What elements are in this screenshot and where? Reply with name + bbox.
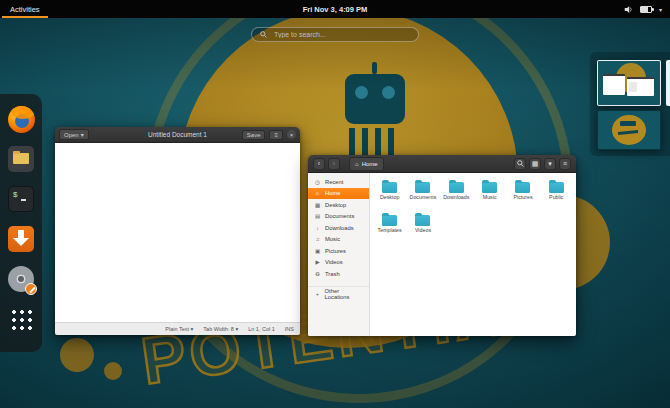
sidebar-item-home[interactable]: ⌂Home (308, 188, 369, 200)
forward-button[interactable]: › (328, 158, 340, 170)
battery-icon (640, 6, 652, 13)
pictures-icon: ▣ (314, 248, 321, 254)
chevron-down-icon: ▾ (659, 6, 662, 13)
volume-icon (624, 5, 633, 14)
search-input[interactable] (272, 30, 410, 39)
terminal-prompt-icon (8, 186, 34, 212)
folder-label: Templates (378, 228, 402, 234)
folder-item-videos[interactable]: Videos (406, 212, 439, 243)
folder-item-downloads[interactable]: Downloads (440, 179, 473, 210)
sidebar-item-label: Pictures (325, 248, 346, 254)
open-button[interactable]: Open ▾ (59, 129, 89, 140)
app-grid-icon (9, 307, 33, 331)
firefox-icon[interactable] (6, 104, 36, 134)
folder-icon (415, 215, 430, 226)
search-icon (517, 160, 524, 167)
show-applications-button[interactable] (6, 304, 36, 334)
edit-pencil-badge-icon (25, 283, 37, 295)
system-status-area[interactable]: ▾ (624, 0, 670, 18)
top-bar: Activities Fri Nov 3, 4:09 PM ▾ (0, 0, 670, 18)
videos-icon: ▶ (314, 259, 321, 265)
wallpaper-gold-blob (104, 362, 122, 380)
sidebar-item-videos[interactable]: ▶Videos (308, 257, 369, 269)
sidebar-item-label: Documents (325, 213, 354, 219)
open-button-label: Open (64, 132, 79, 138)
sidebar-item-desktop[interactable]: ▦Desktop (308, 199, 369, 211)
language-selector[interactable]: Plain Text ▾ (165, 326, 193, 332)
editor-header-actions: Save ≡ × (242, 130, 296, 140)
wallpaper-robot-figure (345, 74, 405, 124)
downloads-icon: ↓ (314, 225, 321, 231)
folder-label: Public (549, 195, 563, 201)
sidebar-item-music[interactable]: ♫Music (308, 234, 369, 246)
path-bar[interactable]: ⌂ Home (349, 157, 384, 171)
close-button[interactable]: × (287, 130, 296, 139)
view-options-button[interactable]: ▾ (544, 158, 556, 170)
sidebar-item-label: Home (325, 190, 340, 196)
path-label: Home (362, 161, 378, 167)
disks-app-icon[interactable] (6, 264, 36, 294)
home-icon: ⌂ (314, 190, 321, 196)
mini-wallpaper-mark (620, 121, 636, 126)
sidebar-item-other-locations[interactable]: +Other Locations (308, 286, 369, 301)
download-app-icon[interactable] (6, 224, 36, 254)
editor-window-title: Untitled Document 1 (148, 131, 207, 138)
files-sidebar: ◷Recent ⌂Home ▦Desktop ▤Documents ↓Downl… (308, 173, 370, 336)
sidebar-item-label: Other Locations (325, 288, 363, 300)
sidebar-item-label: Downloads (325, 225, 354, 231)
menu-button[interactable]: ≡ (269, 130, 283, 140)
wallpaper-gold-blob (60, 338, 94, 372)
firefox-logo-shape (8, 106, 35, 133)
plus-icon: + (314, 291, 321, 297)
menu-button[interactable]: ≡ (559, 158, 571, 170)
terminal-app-icon[interactable] (6, 184, 36, 214)
sidebar-item-documents[interactable]: ▤Documents (308, 211, 369, 223)
desktop-icon: ▦ (314, 202, 321, 208)
save-button[interactable]: Save (242, 130, 266, 140)
dash (0, 94, 42, 352)
search-button[interactable] (514, 158, 526, 170)
folder-item-templates[interactable]: Templates (373, 212, 406, 243)
back-button[interactable]: ‹ (313, 158, 325, 170)
folder-label: Music (483, 195, 497, 201)
text-editor-window[interactable]: Open ▾ Untitled Document 1 Save ≡ × Plai… (55, 127, 300, 335)
activities-button[interactable]: Activities (2, 0, 48, 18)
sidebar-item-trash[interactable]: ♻Trash (308, 268, 369, 280)
sidebar-item-label: Desktop (325, 202, 346, 208)
editor-text-area[interactable] (55, 143, 300, 322)
sidebar-item-label: Videos (325, 259, 343, 265)
files-window[interactable]: ‹ › ⌂ Home ▦ ▾ ≡ ◷Recent ⌂Home ▦Desktop … (308, 155, 576, 336)
files-app-icon[interactable] (6, 144, 36, 174)
mini-editor-window (603, 74, 625, 95)
folder-item-desktop[interactable]: Desktop (373, 179, 406, 210)
folder-item-pictures[interactable]: Pictures (506, 179, 539, 210)
folder-icon (449, 182, 464, 193)
files-headerbar: ‹ › ⌂ Home ▦ ▾ ≡ (308, 155, 576, 173)
folder-item-music[interactable]: Music (473, 179, 506, 210)
sidebar-item-downloads[interactable]: ↓Downloads (308, 222, 369, 234)
sidebar-item-label: Recent (325, 179, 343, 185)
folder-item-documents[interactable]: Documents (406, 179, 439, 210)
tab-width-selector[interactable]: Tab Width: 8 ▾ (203, 326, 238, 332)
clock-button[interactable]: Fri Nov 3, 4:09 PM (303, 5, 368, 14)
documents-icon: ▤ (314, 213, 321, 219)
overview-search[interactable] (251, 27, 419, 42)
files-body: ◷Recent ⌂Home ▦Desktop ▤Documents ↓Downl… (308, 173, 576, 336)
sidebar-item-recent[interactable]: ◷Recent (308, 176, 369, 188)
folder-label: Videos (415, 228, 431, 234)
sidebar-item-pictures[interactable]: ▣Pictures (308, 245, 369, 257)
folder-label: Downloads (443, 195, 469, 201)
folder-icon (382, 182, 397, 193)
sidebar-item-label: Trash (325, 271, 340, 277)
editor-statusbar: Plain Text ▾ Tab Width: 8 ▾ Ln 1, Col 1 … (55, 322, 300, 335)
workspace-thumbnail-2[interactable] (597, 110, 661, 150)
folder-icon (8, 146, 34, 172)
workspace-thumbnail-1[interactable] (597, 60, 661, 106)
view-grid-button[interactable]: ▦ (529, 158, 541, 170)
folder-icon (415, 182, 430, 193)
home-icon: ⌂ (355, 161, 359, 167)
active-workspace-indicator (666, 60, 670, 106)
music-icon: ♫ (314, 236, 321, 242)
folder-item-public[interactable]: Public (540, 179, 573, 210)
download-arrow-icon (8, 226, 34, 252)
